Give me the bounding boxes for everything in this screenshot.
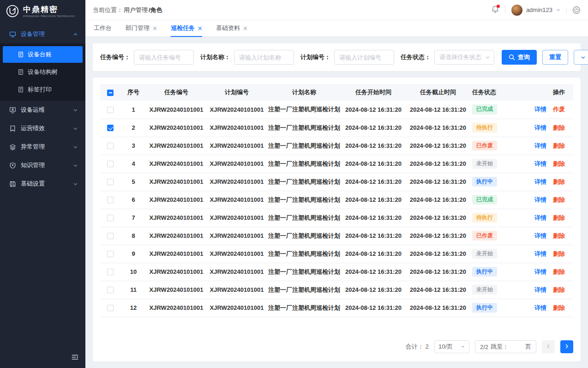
- plan-no-cell: XJRW20240101001: [206, 119, 267, 137]
- prev-page-button[interactable]: [542, 340, 555, 353]
- detail-link[interactable]: 详情: [534, 160, 546, 167]
- delete-link[interactable]: 删除: [553, 196, 565, 203]
- delete-link[interactable]: 删除: [553, 142, 565, 149]
- detail-link[interactable]: 详情: [534, 268, 546, 275]
- close-icon[interactable]: [198, 26, 202, 30]
- sidebar-item-basic-settings[interactable]: 基础设置: [0, 175, 85, 193]
- seq-cell: 8: [120, 227, 146, 245]
- sidebar-item-device-operations[interactable]: 设备运维: [0, 101, 85, 119]
- plan-no-cell: XJRW20240101001: [206, 281, 267, 299]
- expand-button[interactable]: 展开: [574, 50, 588, 65]
- doc-icon: [18, 51, 24, 58]
- tab-department-management[interactable]: 部门管理: [126, 20, 157, 37]
- status-badge: 执行中: [472, 303, 497, 313]
- tab-label: 基础资料: [216, 24, 240, 32]
- delete-link[interactable]: 删除: [553, 250, 565, 257]
- sidebar-item-exception-management[interactable]: 异常管理: [0, 138, 85, 156]
- end-time-cell: 2024-08-12 16:31:20: [406, 101, 470, 119]
- delete-link[interactable]: 删除: [553, 178, 565, 185]
- tab-workbench[interactable]: 工作台: [94, 20, 112, 37]
- caret-down-icon: [461, 344, 465, 349]
- task-no-cell: XJRW20240101001: [146, 155, 206, 173]
- reset-button-label: 重置: [549, 53, 561, 61]
- row-checkbox[interactable]: [107, 233, 114, 239]
- sidebar-item-device-management[interactable]: 设备管理: [0, 25, 85, 43]
- detail-link[interactable]: 详情: [534, 124, 546, 131]
- detail-link[interactable]: 详情: [534, 232, 546, 239]
- detail-link[interactable]: 详情: [534, 178, 546, 185]
- row-checkbox[interactable]: [107, 197, 114, 203]
- status-cell: 未开始: [470, 281, 522, 299]
- plan-name-cell: 注塑一厂注塑机周巡检计划: [267, 245, 341, 263]
- filter-fields: 任务编号：计划名称：计划编号：任务状态：请选择任务状态: [100, 50, 494, 65]
- delete-link[interactable]: 删除: [553, 304, 565, 311]
- delete-link[interactable]: 删除: [553, 124, 565, 131]
- detail-link[interactable]: 详情: [534, 286, 546, 293]
- row-checkbox[interactable]: [107, 215, 114, 221]
- sidebar-item-label-printing[interactable]: 标签打印: [3, 81, 83, 98]
- plan-name-cell: 注塑一厂注塑机周巡检计划: [267, 155, 341, 173]
- plan-name-input[interactable]: [234, 50, 294, 65]
- sidebar-nav: 设备管理设备台账设备结构树标签打印设备运维运营绩效异常管理知识管理基础设置: [0, 23, 85, 348]
- jump-page-input[interactable]: [511, 344, 523, 350]
- task-no-input[interactable]: [134, 50, 194, 65]
- status-cell: 已完成: [470, 191, 522, 209]
- select-all-checkbox[interactable]: [107, 90, 114, 96]
- status-badge: 待执行: [472, 213, 497, 223]
- sidebar-item-operation-performance[interactable]: 运营绩效: [0, 119, 85, 138]
- row-checkbox[interactable]: [107, 305, 114, 311]
- row-checkbox[interactable]: [107, 287, 114, 293]
- task-status-select[interactable]: 请选择任务状态: [434, 50, 494, 65]
- delete-link[interactable]: 删除: [553, 232, 565, 239]
- row-select-cell: [100, 209, 120, 227]
- sidebar-item-device-ledger[interactable]: 设备台账: [3, 46, 83, 63]
- filter-field-task-status: 任务状态：请选择任务状态: [401, 50, 494, 65]
- chevron-down-icon: [73, 181, 78, 187]
- tab-inspection-task[interactable]: 巡检任务: [171, 20, 202, 37]
- row-checkbox[interactable]: [107, 125, 114, 131]
- next-page-button[interactable]: [560, 340, 573, 353]
- detail-link[interactable]: 详情: [534, 214, 546, 221]
- row-checkbox[interactable]: [107, 143, 114, 149]
- detail-link[interactable]: 详情: [534, 250, 546, 257]
- notification-button[interactable]: [491, 5, 499, 15]
- tab-basic-data[interactable]: 基础资料: [216, 20, 247, 37]
- filter-field-task-no: 任务编号：: [100, 50, 194, 65]
- logout-power-button[interactable]: [572, 6, 581, 14]
- plan-name-cell: 注塑一厂注塑机周巡检计划: [267, 299, 341, 317]
- sidebar-item-device-structure-tree[interactable]: 设备结构树: [3, 64, 83, 80]
- detail-link[interactable]: 详情: [534, 142, 546, 149]
- delete-link[interactable]: 删除: [553, 268, 565, 275]
- void-link[interactable]: 作废: [553, 106, 565, 113]
- detail-link[interactable]: 详情: [534, 196, 546, 203]
- search-button[interactable]: 查询: [502, 50, 537, 65]
- user-menu[interactable]: admin123: [511, 4, 561, 16]
- delete-link[interactable]: 删除: [553, 214, 565, 221]
- breadcrumb: 当前位置： 用户管理 /角色: [93, 6, 162, 14]
- collapse-sidebar-icon[interactable]: [71, 353, 79, 362]
- delete-link[interactable]: 删除: [553, 286, 565, 293]
- detail-link[interactable]: 详情: [534, 106, 546, 113]
- status-cell: 执行中: [470, 299, 522, 317]
- detail-link[interactable]: 详情: [534, 304, 546, 311]
- seq-cell: 10: [120, 263, 146, 281]
- status-badge: 已完成: [472, 195, 497, 205]
- close-icon[interactable]: [153, 26, 157, 30]
- delete-link[interactable]: 删除: [553, 160, 565, 167]
- sidebar-item-knowledge-management[interactable]: 知识管理: [0, 156, 85, 175]
- row-checkbox[interactable]: [107, 251, 114, 257]
- row-checkbox[interactable]: [107, 107, 114, 113]
- plan-no-input[interactable]: [334, 50, 394, 65]
- task-no-cell: XJRW20240101001: [146, 209, 206, 227]
- row-checkbox[interactable]: [107, 179, 114, 185]
- sidebar-item-label: 基础设置: [21, 180, 45, 188]
- status-cell: 待执行: [470, 209, 522, 227]
- close-icon[interactable]: [243, 26, 247, 30]
- status-badge: 未开始: [472, 249, 497, 259]
- reset-button[interactable]: 重置: [542, 50, 568, 65]
- sidebar-item-label: 设备台账: [28, 50, 52, 59]
- page-size-select[interactable]: 10/页: [434, 340, 469, 353]
- end-time-cell: 2024-08-12 16:31:20: [406, 155, 470, 173]
- row-checkbox[interactable]: [107, 269, 114, 275]
- row-checkbox[interactable]: [107, 161, 114, 167]
